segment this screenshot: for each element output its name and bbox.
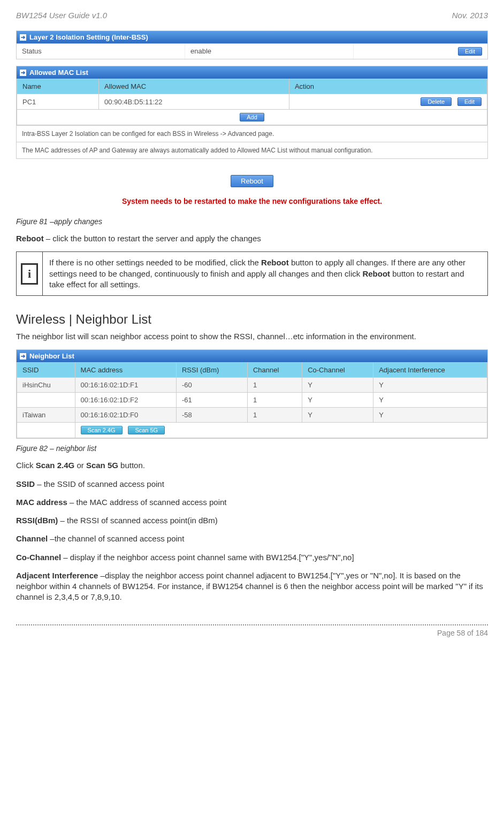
text-bold: Channel [16,534,48,543]
text-part: –the channel of scanned access point [48,534,184,543]
page-header: BW1254 User Guide v1.0 Nov. 2013 [16,11,488,20]
cell-rssi: -58 [176,408,247,423]
cell-rssi: -60 [176,378,247,393]
status-label: Status [17,44,185,59]
cell-co: Y [302,393,373,408]
cell-rssi: -61 [176,393,247,408]
scan-5g-button[interactable]: Scan 5G [128,426,165,434]
text-bold: RSSI(dBm) [16,516,58,525]
mac-table: Name Allowed MAC Action PC1 00:90:4B:D5:… [17,79,487,125]
cochannel-line: Co-Channel – display if the neighbor acc… [16,552,488,563]
figure-caption-82: Figure 82 – neighbor list [16,444,488,453]
panel-header: ➔ Allowed MAC List [17,66,487,79]
cell-channel: 1 [247,408,302,423]
cell-adj: Y [373,378,487,393]
cell-co: Y [302,378,373,393]
cell-co: Y [302,408,373,423]
mac-line: MAC address – the MAC address of scanned… [16,497,488,508]
cell-channel: 1 [247,378,302,393]
text-bold: SSID [16,479,35,488]
status-row: Status enable Edit [17,43,487,59]
panel-allowed-mac: ➔ Allowed MAC List Name Allowed MAC Acti… [16,66,488,159]
panel-header: ➔ Neighbor List [17,350,487,362]
cell-actions: Delete Edit [289,94,487,110]
col-mac: MAC address [75,363,176,378]
table-header-row: Name Allowed MAC Action [17,79,487,94]
note-text-2: The MAC addresses of AP and Gateway are … [17,142,487,158]
empty-cell [17,423,75,438]
cell-ssid [17,393,75,408]
info-text: If there is no other settings needed to … [43,252,487,295]
ssid-line: SSID – the SSID of scanned access point [16,479,488,490]
reboot-label: Reboot [16,234,44,243]
neighbor-intro: The neighbor list will scan neighbor acc… [16,331,488,342]
text-part: or [74,461,86,470]
reboot-warning: System needs to be restarted to make the… [16,197,488,205]
doc-date: Nov. 2013 [452,11,488,20]
panel-header: ➔ Layer 2 Isolation Setting (Inter-BSS) [17,31,487,43]
text-bold: Scan 2.4G [36,461,75,470]
panel-layer2-isolation: ➔ Layer 2 Isolation Setting (Inter-BSS) … [16,30,488,59]
page-footer: Page 58 of 184 [16,624,488,640]
cell-mac: 00:90:4B:D5:11:22 [99,94,289,110]
col-ssid: SSID [17,363,75,378]
col-rssi: RSSI (dBm) [176,363,247,378]
status-actions: Edit [354,44,487,59]
text-part: – the SSID of scanned access point [35,479,164,488]
click-scan-line: Click Scan 2.4G or Scan 5G button. [16,460,488,471]
reboot-description: Reboot – click the button to restart the… [16,233,488,244]
col-action: Action [289,79,487,94]
scan-24g-button[interactable]: Scan 2.4G [81,426,123,434]
status-value: enable [185,44,354,59]
cell-ssid: iHsinChu [17,378,75,393]
text-part: button. [118,461,145,470]
reboot-button[interactable]: Reboot [231,175,273,187]
table-row: 00:16:16:02:1D:F2 -61 1 Y Y [17,393,487,408]
info-icon-cell: i [17,252,43,295]
cell-adj: Y [373,393,487,408]
panel-neighbor-list: ➔ Neighbor List SSID MAC address RSSI (d… [16,349,488,439]
edit-button[interactable]: Edit [457,97,482,106]
rssi-line: RSSI(dBm) – the RSSI of scanned access p… [16,515,488,526]
reboot-block: Reboot [16,175,488,187]
add-button[interactable]: Add [240,113,264,121]
collapse-icon[interactable]: ➔ [20,353,26,360]
neighbor-table: SSID MAC address RSSI (dBm) Channel Co-C… [17,362,487,438]
collapse-icon[interactable]: ➔ [20,70,26,76]
text-bold: MAC address [16,498,67,507]
edit-button[interactable]: Edit [458,47,482,56]
cell-ssid: iTaiwan [17,408,75,423]
reboot-desc-text: – click the button to restart the server… [44,234,261,243]
cell-mac: 00:16:16:02:1D:F1 [75,378,176,393]
cell-mac: 00:16:16:02:1D:F2 [75,393,176,408]
info-text-bold: Reboot [362,269,390,278]
text-part: – display if the neighbor access point c… [61,553,354,562]
col-cochannel: Co-Channel [302,363,373,378]
text-bold: Adjacent Interference [16,571,98,580]
text-bold: Co-Channel [16,553,61,562]
col-channel: Channel [247,363,302,378]
col-name: Name [17,79,99,94]
cell-name: PC1 [17,94,99,110]
table-row: iHsinChu 00:16:16:02:1D:F1 -60 1 Y Y [17,378,487,393]
add-row: Add [17,110,487,125]
col-mac: Allowed MAC [99,79,289,94]
info-icon: i [21,263,38,285]
cell-adj: Y [373,408,487,423]
table-row: iTaiwan 00:16:16:02:1D:F0 -58 1 Y Y [17,408,487,423]
table-row: PC1 00:90:4B:D5:11:22 Delete Edit [17,94,487,110]
doc-title: BW1254 User Guide v1.0 [16,11,107,20]
scan-cell: Scan 2.4G Scan 5G [75,423,487,438]
table-header-row: SSID MAC address RSSI (dBm) Channel Co-C… [17,363,487,378]
adjacent-line: Adjacent Interference –display the neigh… [16,570,488,603]
info-text-bold: Reboot [261,258,289,267]
figure-caption-81: Figure 81 –apply changes [16,217,488,226]
text-bold: Scan 5G [86,461,118,470]
panel-title: Neighbor List [29,352,74,360]
section-title: Wireless | Neighbor List [16,312,488,327]
col-adj: Adjacent Interference [373,363,487,378]
collapse-icon[interactable]: ➔ [20,34,26,41]
channel-line: Channel –the channel of scanned access p… [16,533,488,544]
delete-button[interactable]: Delete [421,97,452,106]
panel-title: Allowed MAC List [29,68,88,77]
